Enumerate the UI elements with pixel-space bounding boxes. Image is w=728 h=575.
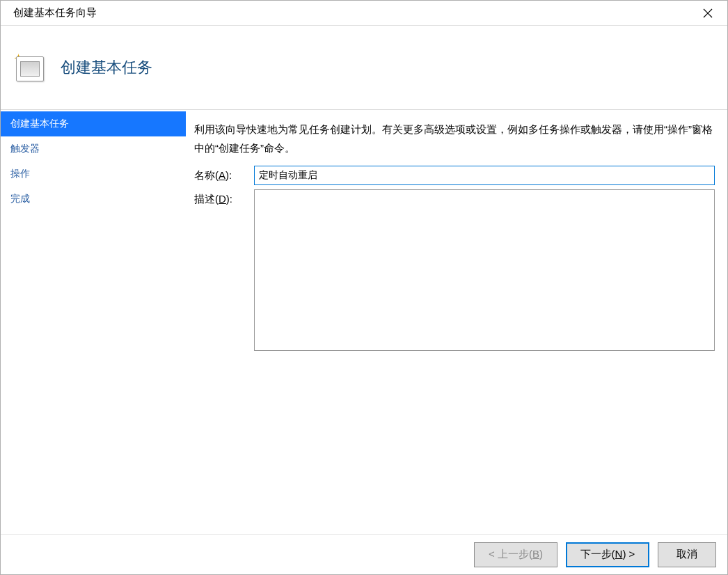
sidebar-item-finish[interactable]: 完成	[1, 187, 186, 212]
wizard-description: 利用该向导快速地为常见任务创建计划。有关更多高级选项或设置，例如多任务操作或触发…	[194, 120, 715, 157]
sidebar-item-create-basic-task[interactable]: 创建基本任务	[1, 111, 186, 136]
wizard-main-panel: 利用该向导快速地为常见任务创建计划。有关更多高级选项或设置，例如多任务操作或触发…	[186, 110, 727, 534]
wizard-footer: < 上一步(B) 下一步(N) > 取消	[1, 534, 727, 574]
sidebar-item-trigger[interactable]: 触发器	[1, 136, 186, 162]
sidebar-item-label: 操作	[10, 168, 30, 180]
title-bar: 创建基本任务向导	[1, 1, 727, 26]
wizard-body: 创建基本任务 触发器 操作 完成 利用该向导快速地为常见任务创建计划。有关更多高…	[1, 110, 727, 534]
sidebar-item-label: 创建基本任务	[10, 118, 69, 130]
form-row-name: 名称(A):	[194, 166, 715, 185]
form-row-description: 描述(D):	[194, 189, 715, 351]
wizard-header: ✦ 创建基本任务	[1, 26, 727, 109]
name-label: 名称(A):	[194, 166, 254, 182]
task-wizard-icon: ✦	[13, 51, 47, 84]
next-button[interactable]: 下一步(N) >	[566, 542, 649, 567]
cancel-button[interactable]: 取消	[658, 542, 716, 567]
sidebar-item-label: 触发器	[10, 143, 40, 155]
window-title: 创建基本任务向导	[13, 6, 97, 19]
wizard-sidebar: 创建基本任务 触发器 操作 完成	[1, 110, 186, 534]
sidebar-item-label: 完成	[10, 193, 30, 205]
name-input[interactable]	[254, 166, 715, 185]
close-icon	[703, 8, 713, 18]
back-button: < 上一步(B)	[474, 542, 557, 567]
wizard-window: 创建基本任务向导 ✦ 创建基本任务 创建基本任务 触发器 操作	[0, 0, 728, 575]
close-button[interactable]	[701, 6, 715, 20]
description-label: 描述(D):	[194, 189, 254, 206]
description-textarea[interactable]	[254, 189, 715, 351]
wizard-header-title: 创建基本任务	[61, 57, 152, 78]
sidebar-item-action[interactable]: 操作	[1, 162, 186, 187]
